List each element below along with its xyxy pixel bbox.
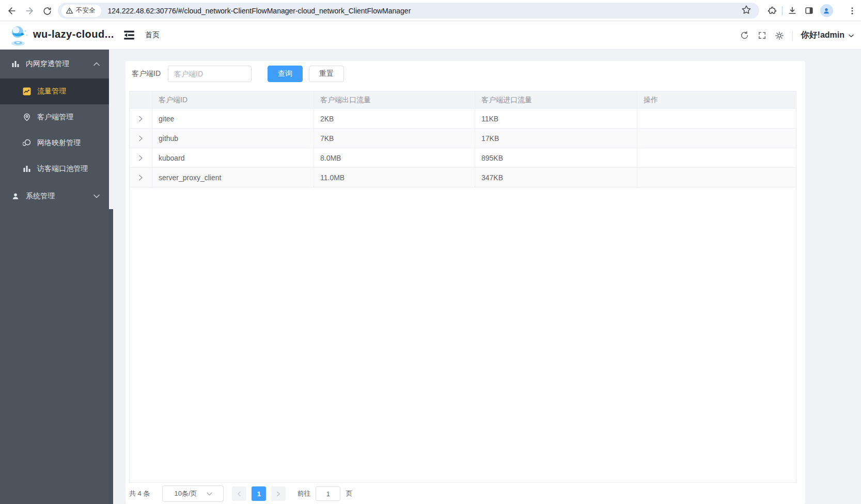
sidebar-item-traffic[interactable]: 流量管理 [0, 78, 109, 104]
sidebar-item-clients[interactable]: 客户端管理 [0, 104, 109, 130]
app-title: wu-lazy-cloud... [33, 28, 114, 40]
cell-client-id: kuboard [152, 148, 314, 167]
breadcrumb-home[interactable]: 首页 [145, 30, 160, 40]
table-row: kuboard 8.0MB 895KB [130, 148, 796, 168]
cell-in-flow: 895KB [475, 148, 637, 167]
pagination: 共 4 条 10条/页 1 前往 页 [129, 485, 352, 502]
sidebar-group-intranet[interactable]: 内网穿透管理 [0, 50, 109, 78]
page-unit-label: 页 [346, 489, 352, 498]
flow-table: 客户端ID 客户端出口流量 客户端进口流量 操作 gitee 2KB 11KB … [129, 91, 796, 483]
sidebar-item-label: 系统管理 [26, 192, 55, 201]
network-mapping-icon [23, 139, 31, 147]
sidebar-item-label: 内网穿透管理 [26, 59, 69, 69]
bar-chart-icon [11, 60, 20, 68]
cell-in-flow: 17KB [475, 129, 637, 148]
browser-forward-icon[interactable] [23, 4, 36, 18]
bar-chart-icon [23, 165, 31, 173]
chevron-right-icon [276, 491, 280, 497]
table-header-row: 客户端ID 客户端出口流量 客户端进口流量 操作 [130, 91, 796, 109]
cell-actions [637, 148, 796, 167]
browser-menu-icon[interactable] [846, 4, 859, 18]
app-header: wu-lazy-cloud... 首页 你好!admin [0, 21, 861, 50]
sidebar-scrollbar-thumb[interactable] [109, 209, 113, 504]
browser-reload-icon[interactable] [40, 4, 54, 18]
sidebar-item-port-pool[interactable]: 访客端口池管理 [0, 156, 109, 182]
row-expand-icon[interactable] [130, 168, 152, 187]
chevron-down-icon [93, 194, 100, 198]
prev-page-button[interactable] [232, 486, 246, 501]
page-size-select[interactable]: 10条/页 [162, 485, 224, 502]
chevron-up-icon [93, 62, 100, 66]
cell-client-id: gitee [152, 109, 314, 128]
row-expand-icon[interactable] [130, 129, 152, 148]
cell-actions [637, 109, 796, 128]
user-icon [11, 192, 20, 200]
cell-out-flow: 8.0MB [314, 148, 475, 167]
security-badge[interactable]: 不安全 [61, 5, 101, 17]
table-row: github 7KB 17KB [130, 129, 796, 148]
sidebar-item-network-mapping[interactable]: 网络映射管理 [0, 130, 109, 156]
toolbar-divider [782, 6, 782, 15]
browser-toolbar: 不安全 124.222.48.62:30776/#/cloud_network-… [0, 0, 861, 21]
sidebar-item-label: 客户端管理 [37, 113, 73, 122]
cell-actions [637, 129, 796, 148]
side-panel-icon[interactable] [802, 4, 816, 18]
sidebar-group-system[interactable]: 系统管理 [0, 182, 109, 211]
cell-client-id: server_proxy_client [152, 168, 314, 187]
warning-triangle-icon [66, 7, 73, 14]
app-logo [6, 24, 30, 48]
sidebar-item-label: 网络映射管理 [37, 138, 81, 148]
url-text[interactable]: 124.222.48.62:30776/#/cloud_network-Clie… [108, 7, 411, 15]
column-header-out-flow: 客户端出口流量 [314, 91, 475, 108]
address-bar[interactable]: 不安全 124.222.48.62:30776/#/cloud_network-… [58, 3, 759, 19]
expand-column-header [130, 91, 152, 108]
sidebar-item-label: 访客端口池管理 [37, 164, 88, 174]
current-page-button[interactable]: 1 [252, 486, 266, 501]
content-panel: 客户端ID 查询 重置 客户端ID 客户端出口流量 客户端进口流量 操作 git… [126, 61, 805, 504]
browser-back-icon[interactable] [5, 4, 19, 18]
cell-actions [637, 168, 796, 187]
column-header-client-id: 客户端ID [152, 91, 314, 108]
cell-in-flow: 347KB [475, 168, 637, 187]
goto-label: 前往 [297, 489, 310, 498]
sidebar-item-label: 流量管理 [37, 87, 66, 96]
header-actions: 你好!admin [740, 21, 855, 50]
sidebar-collapse-icon[interactable] [122, 28, 136, 42]
reset-button[interactable]: 重置 [309, 66, 344, 82]
sidebar: 内网穿透管理 流量管理 客户端管理 网络映射管理 访客端口池管理 系统管理 [0, 50, 109, 504]
client-id-input[interactable] [168, 66, 252, 82]
row-expand-icon[interactable] [130, 148, 152, 167]
trend-chart-icon [23, 87, 31, 96]
profile-avatar[interactable] [820, 4, 833, 18]
chevron-down-icon [848, 32, 855, 39]
next-page-button[interactable] [271, 486, 286, 501]
cell-out-flow: 11.0MB [314, 168, 475, 187]
browser-toolbar-right [765, 0, 861, 21]
greeting-text: 你好!admin [801, 30, 844, 41]
goto-page-input[interactable] [316, 486, 340, 501]
person-icon [822, 7, 831, 15]
refresh-icon[interactable] [740, 30, 749, 40]
theme-sun-icon[interactable] [775, 31, 784, 40]
row-expand-icon[interactable] [130, 109, 152, 128]
security-label: 不安全 [76, 6, 96, 15]
page-size-value: 10条/页 [174, 489, 197, 498]
table-row: gitee 2KB 11KB [130, 109, 796, 129]
user-menu[interactable]: 你好!admin [801, 30, 855, 41]
cell-out-flow: 7KB [314, 129, 475, 148]
fullscreen-icon[interactable] [758, 31, 766, 40]
chevron-down-icon [207, 492, 212, 496]
cell-in-flow: 11KB [475, 109, 637, 128]
header-divider [792, 30, 793, 41]
client-id-label: 客户端ID [132, 69, 161, 78]
column-header-in-flow: 客户端进口流量 [475, 91, 637, 108]
location-pin-icon [23, 113, 31, 121]
cell-out-flow: 2KB [314, 109, 475, 128]
screen: 不安全 124.222.48.62:30776/#/cloud_network-… [0, 0, 861, 504]
extensions-icon[interactable] [765, 4, 779, 18]
table-row: server_proxy_client 11.0MB 347KB [130, 168, 796, 187]
downloads-icon[interactable] [786, 4, 799, 18]
pagination-total: 共 4 条 [129, 489, 150, 498]
bookmark-star-icon[interactable] [741, 4, 752, 15]
query-button[interactable]: 查询 [268, 66, 303, 82]
